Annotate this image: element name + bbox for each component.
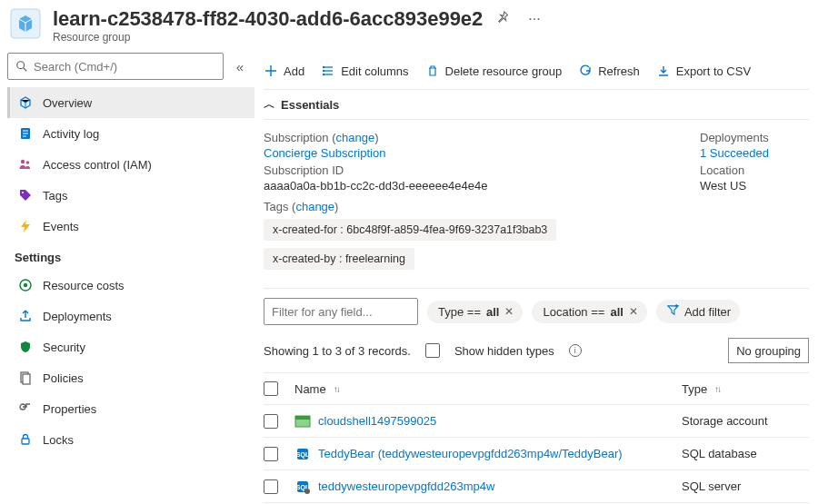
tag-chip[interactable]: x-created-for : 6bc48f9f-a859-4fea-9f69-… xyxy=(264,219,556,241)
sidebar-item-security[interactable]: Security xyxy=(7,331,254,362)
cube-icon xyxy=(17,94,34,111)
sidebar-item-label: Locks xyxy=(43,433,74,447)
chevron-up-icon: ︿ xyxy=(264,96,275,113)
column-header-type[interactable]: Type ↑↓ xyxy=(682,382,809,396)
plus-icon xyxy=(264,64,278,78)
sidebar-item-events[interactable]: Events xyxy=(7,211,254,242)
svg-point-19 xyxy=(323,70,324,72)
deploy-icon xyxy=(17,308,34,324)
sidebar-search[interactable] xyxy=(7,53,224,80)
svg-point-20 xyxy=(323,74,324,75)
properties-icon xyxy=(17,400,34,417)
page-subtitle: Resource group xyxy=(53,31,809,44)
more-button[interactable]: ··· xyxy=(524,9,544,29)
sidebar-item-locks[interactable]: Locks xyxy=(7,424,254,455)
table-row[interactable]: SQL teddywesteuropevpgfdd263mp4w SQL ser… xyxy=(264,470,809,503)
log-icon xyxy=(17,125,34,142)
sidebar-item-overview[interactable]: Overview xyxy=(7,87,254,118)
sort-icon: ↑↓ xyxy=(334,384,339,394)
svg-point-1 xyxy=(17,62,25,69)
row-checkbox[interactable] xyxy=(264,479,278,494)
essentials-section-toggle[interactable]: ︿ Essentials xyxy=(264,89,809,120)
search-icon xyxy=(15,60,28,73)
svg-point-8 xyxy=(26,162,30,165)
sidebar-item-label: Resource costs xyxy=(43,279,125,292)
svg-point-18 xyxy=(323,66,324,68)
table-row[interactable]: cloudshell1497599025 Storage account xyxy=(264,405,809,438)
tags-change-link[interactable]: change xyxy=(295,200,334,213)
sidebar-item-properties[interactable]: Properties xyxy=(7,393,254,424)
sidebar-item-label: Events xyxy=(43,220,79,233)
sidebar-item-label: Access control (IAM) xyxy=(43,158,152,172)
show-hidden-checkbox[interactable] xyxy=(425,343,440,358)
svg-point-27 xyxy=(304,489,310,494)
delete-button[interactable]: Delete resource group xyxy=(425,64,563,78)
sidebar-item-label: Overview xyxy=(43,96,92,110)
row-checkbox[interactable] xyxy=(264,414,278,429)
resource-link[interactable]: TeddyBear (teddywesteuropevpgfdd263mp4w/… xyxy=(318,447,623,460)
sidebar-item-label: Properties xyxy=(43,402,96,416)
resource-link[interactable]: cloudshell1497599025 xyxy=(318,414,436,428)
sidebar-search-input[interactable] xyxy=(34,60,215,74)
sidebar-item-label: Policies xyxy=(43,371,84,385)
toolbar: Add Edit columns Delete resource group R… xyxy=(264,53,809,89)
resource-type: Storage account xyxy=(682,414,809,428)
subscription-value-link[interactable]: Concierge Subscription xyxy=(264,146,385,160)
resource-link[interactable]: teddywesteuropevpgfdd263mp4w xyxy=(318,479,494,493)
resource-group-icon xyxy=(9,7,42,40)
add-button[interactable]: Add xyxy=(264,64,304,78)
pin-button[interactable] xyxy=(494,9,514,29)
row-checkbox[interactable] xyxy=(264,447,278,461)
location-label: Location xyxy=(700,163,809,177)
filter-input[interactable] xyxy=(264,298,418,325)
deployments-value-link[interactable]: 1 Succeeded xyxy=(700,146,769,160)
records-count: Showing 1 to 3 of 3 records. xyxy=(264,344,411,358)
sql-server-icon: SQL xyxy=(294,479,311,494)
resource-type: SQL database xyxy=(682,447,809,460)
export-csv-button[interactable]: Export to CSV xyxy=(656,64,751,78)
cost-icon xyxy=(17,277,34,293)
svg-text:SQL: SQL xyxy=(296,451,310,459)
table-row[interactable]: SQL TeddyBear (teddywesteuropevpgfdd263m… xyxy=(264,438,809,470)
lock-icon xyxy=(17,431,34,448)
column-header-name[interactable]: Name ↑↓ xyxy=(294,382,673,396)
sidebar-item-label: Activity log xyxy=(43,127,99,141)
location-filter-pill[interactable]: Location == all ✕ xyxy=(532,301,646,323)
svg-rect-22 xyxy=(295,416,310,420)
bolt-icon xyxy=(17,218,34,234)
add-filter-button[interactable]: Add filter xyxy=(656,300,740,323)
sidebar-item-tags[interactable]: Tags xyxy=(7,180,254,211)
sidebar-item-policies[interactable]: Policies xyxy=(7,362,254,393)
collapse-sidebar-button[interactable]: « xyxy=(233,55,247,78)
svg-point-7 xyxy=(21,160,25,163)
refresh-button[interactable]: Refresh xyxy=(578,64,640,78)
shield-icon xyxy=(17,339,34,355)
sidebar-item-resource-costs[interactable]: Resource costs xyxy=(7,270,254,301)
edit-columns-button[interactable]: Edit columns xyxy=(321,64,408,78)
type-filter-pill[interactable]: Type == all ✕ xyxy=(427,301,523,323)
resource-type: SQL server xyxy=(682,479,809,493)
deployments-label: Deployments xyxy=(700,131,809,144)
sort-icon: ↑↓ xyxy=(714,384,720,394)
info-icon[interactable]: i xyxy=(569,344,582,357)
grouping-select[interactable]: No grouping xyxy=(728,338,809,363)
tag-icon xyxy=(17,187,34,203)
sidebar-item-label: Tags xyxy=(43,189,67,203)
tags-label: Tags (change) xyxy=(264,200,682,213)
svg-point-11 xyxy=(24,283,27,287)
people-icon xyxy=(17,156,34,173)
page-title: learn-c2538478-ff82-4030-add6-6acc893e99… xyxy=(53,7,483,31)
subscription-label: Subscription (change) xyxy=(264,131,682,144)
sidebar-item-label: Deployments xyxy=(43,310,112,323)
tag-chip[interactable]: x-created-by : freelearning xyxy=(264,248,414,270)
sidebar-item-deployments[interactable]: Deployments xyxy=(7,301,254,331)
resources-table: Name ↑↓ Type ↑↓ cloudshell1497599025 Sto… xyxy=(264,372,809,503)
refresh-icon xyxy=(578,64,593,78)
subscription-change-link[interactable]: change xyxy=(336,131,375,144)
close-icon[interactable]: ✕ xyxy=(504,305,514,318)
close-icon[interactable]: ✕ xyxy=(629,305,638,318)
select-all-checkbox[interactable] xyxy=(264,381,278,396)
storage-account-icon xyxy=(294,414,311,429)
sidebar-item-access-control[interactable]: Access control (IAM) xyxy=(7,149,254,180)
sidebar-item-activity-log[interactable]: Activity log xyxy=(7,118,254,149)
